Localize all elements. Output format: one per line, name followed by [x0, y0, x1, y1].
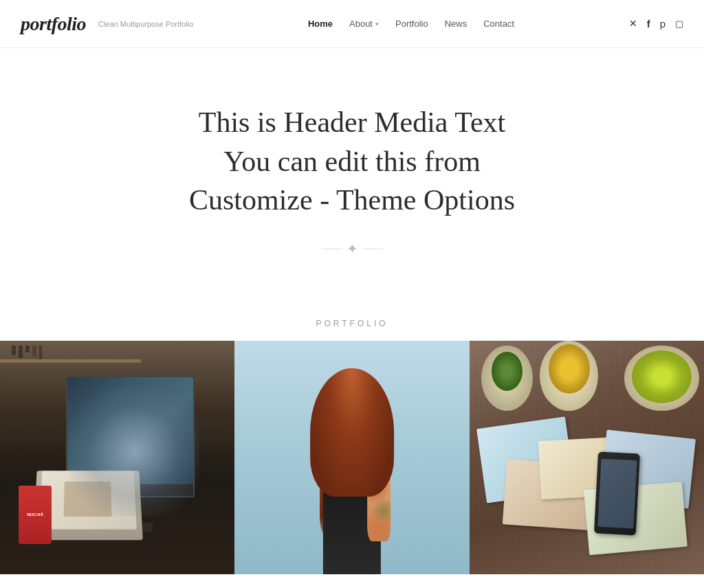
- phone-screen: [597, 458, 637, 529]
- portfolio-item-desk[interactable]: NESCAFÉ: [0, 341, 234, 574]
- divider-line-left: [322, 249, 342, 249]
- social-icons: ✕ f p ▢: [629, 18, 683, 30]
- nescafe-label: NESCAFÉ: [27, 512, 43, 517]
- portfolio-section: PORTFOLIO: [0, 298, 704, 574]
- nav-item-home[interactable]: Home: [308, 19, 333, 29]
- plant-bowl-3: [624, 346, 699, 411]
- portfolio-label: PORTFOLIO: [0, 298, 704, 341]
- monitor-object: [66, 376, 195, 497]
- laptop-screen: [39, 471, 137, 529]
- monitor-screen: [67, 377, 194, 484]
- portfolio-item-woman[interactable]: [234, 341, 469, 574]
- twitter-icon[interactable]: ✕: [629, 18, 637, 30]
- facebook-icon[interactable]: f: [647, 18, 650, 30]
- site-header: portfolio Clean Multipurpose Portfolio H…: [0, 0, 704, 48]
- decorative-cross-icon: ✦: [346, 240, 358, 257]
- phone-object: [594, 452, 641, 536]
- desk-scene: NESCAFÉ: [0, 341, 234, 574]
- nav-item-contact[interactable]: Contact: [483, 19, 514, 29]
- shelf-object: [0, 359, 141, 363]
- plant-1: [492, 352, 522, 391]
- site-title: portfolio: [21, 13, 86, 35]
- woman-figure: [287, 352, 417, 574]
- shelf-item-4: [32, 346, 36, 357]
- shelf-item-3: [25, 346, 30, 352]
- header-left: portfolio Clean Multipurpose Portfolio: [21, 13, 193, 35]
- nav-item-news[interactable]: News: [445, 19, 468, 29]
- nescafe-cup: NESCAFÉ: [19, 486, 52, 544]
- shelf-items: [12, 346, 42, 359]
- plant-2: [549, 344, 590, 393]
- plant-bowl-1: [481, 346, 533, 411]
- hero-heading: This is Header Media Text You can edit t…: [118, 103, 586, 220]
- portfolio-item-flatlay[interactable]: [470, 341, 704, 574]
- hero-divider: ✦: [14, 240, 690, 257]
- main-nav: Home About ▾ Portfolio News Contact: [308, 19, 514, 29]
- hero-section: This is Header Media Text You can edit t…: [0, 48, 704, 298]
- chevron-down-icon: ▾: [375, 21, 379, 27]
- pinterest-icon[interactable]: p: [660, 18, 666, 30]
- nav-item-about[interactable]: About ▾: [349, 19, 379, 29]
- portfolio-grid: NESCAFÉ: [0, 341, 704, 574]
- site-tagline: Clean Multipurpose Portfolio: [98, 20, 193, 28]
- shelf-item-1: [12, 346, 16, 355]
- woman-hair: [310, 368, 394, 497]
- plant-3: [632, 350, 692, 403]
- flatlay-elements: [470, 341, 704, 574]
- nav-item-portfolio[interactable]: Portfolio: [395, 19, 428, 29]
- divider-line-right: [362, 249, 383, 249]
- plant-bowl-2: [540, 341, 598, 411]
- shelf-item-2: [19, 346, 23, 358]
- shelf-item-5: [39, 346, 42, 359]
- instagram-icon[interactable]: ▢: [675, 19, 683, 30]
